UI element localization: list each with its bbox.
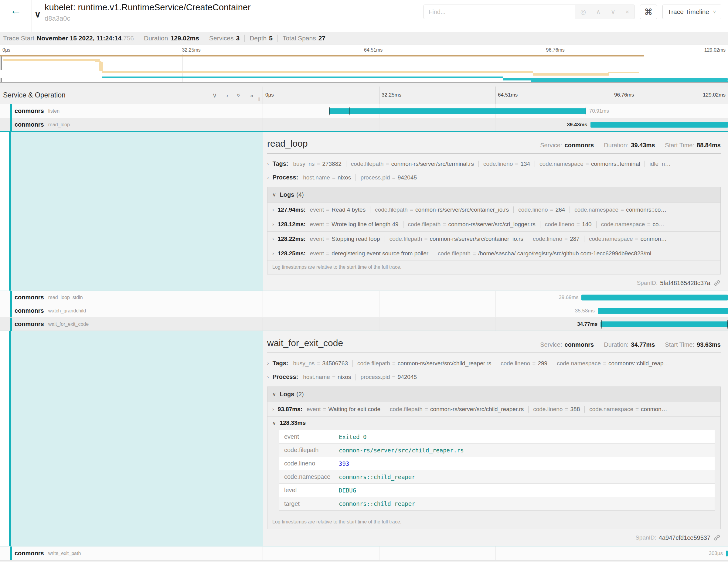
process-row[interactable]: › Process: host.name=nixosprocess.pid=94… <box>267 373 721 380</box>
divider <box>478 161 479 167</box>
service-color-accent <box>10 304 12 317</box>
back-button[interactable]: ← <box>0 0 32 32</box>
logs-header[interactable]: ∨ Logs (2) <box>267 387 720 402</box>
collapse-all-icon[interactable]: » <box>236 94 242 97</box>
kv-key: host.name <box>303 174 330 181</box>
span-name-cell[interactable]: conmonrs read_loop_stdin <box>0 291 263 304</box>
process-row[interactable]: › Process: host.name=nixosprocess.pid=94… <box>267 174 721 181</box>
find-clear-icon[interactable]: × <box>625 8 629 15</box>
column-resize-grip[interactable]: ‖ <box>258 97 260 103</box>
trace-timeline-page: ← ∨ kubelet: runtime.v1.RuntimeService/C… <box>0 0 728 562</box>
service-operation-header: Service & Operation ∨ › » » ‖ <box>0 87 263 104</box>
kv-equals: = <box>425 406 428 413</box>
divider <box>584 236 584 242</box>
next-row-partial <box>0 560 728 562</box>
span-detail-wait_for_exit_code: wait_for_exit_code Service: conmonrs Dur… <box>0 331 728 547</box>
duration-meta-value: 39.43ms <box>631 142 655 149</box>
log-entry[interactable]: › 128.25ms: event=deregistering event so… <box>267 246 720 261</box>
logs-header[interactable]: ∨ Logs (4) <box>267 187 720 203</box>
kv-key: event <box>307 406 321 413</box>
span-bar-cell[interactable]: 303μs <box>263 547 728 560</box>
chevron-right-icon: › <box>272 236 274 242</box>
minimap-span-segment <box>102 71 532 73</box>
span-log-tick <box>349 107 350 115</box>
kv-key: code.namespace <box>539 161 583 167</box>
span-duration-label: 34.77ms <box>577 321 600 327</box>
span-id-value: 4a947cfd1ce59537 <box>659 534 710 541</box>
span-name-cell[interactable]: conmonrs wait_for_exit_code <box>0 318 263 331</box>
find-controls: ◎ ∧ ∨ × <box>575 5 634 19</box>
span-bar-cell[interactable]: 34.77ms <box>263 318 728 331</box>
locate-icon[interactable]: ◎ <box>580 8 586 15</box>
tags-row[interactable]: › Tags: busy_ns=273882code.filepath=conm… <box>267 160 721 167</box>
kv-equals: = <box>443 221 446 228</box>
tree-indent-bar <box>9 331 11 546</box>
span-bar-cell[interactable]: 39.69ms <box>263 291 728 304</box>
log-entry[interactable]: › 128.22ms: event=Stopping read loopcode… <box>267 232 720 246</box>
log-field-key: code.lineno <box>279 460 339 467</box>
log-field-row: levelDEBUG <box>279 484 715 497</box>
minimap-canvas[interactable] <box>0 54 728 83</box>
minimap-viewport-handle[interactable] <box>1 55 2 70</box>
find-input[interactable] <box>424 5 575 19</box>
title-collapse-chevron-icon[interactable]: ∨ <box>34 10 41 32</box>
span-bar[interactable]: 70.91ms <box>329 108 586 114</box>
span-id-row: SpanID: 4a947cfd1ce59537 <box>267 534 721 541</box>
log-entry[interactable]: › 93.87ms: event=Waiting for exit codeco… <box>267 402 720 417</box>
kv-key: idle_n… <box>649 161 671 167</box>
kv-value: conmon-rs/server/src/child_reaper.rs <box>430 406 524 413</box>
span-name-cell[interactable]: conmonrs read_loop <box>0 118 263 131</box>
link-icon[interactable] <box>713 279 721 287</box>
tags-row[interactable]: › Tags: busy_ns=34506763code.filepath=co… <box>267 360 721 367</box>
span-bar[interactable]: 35.58ms <box>598 308 728 314</box>
find-next-icon[interactable]: ∨ <box>611 8 615 15</box>
log-entry[interactable]: › 128.12ms: event=Wrote log line of leng… <box>267 217 720 232</box>
chevron-down-icon: ∨ <box>272 391 276 397</box>
keyboard-shortcuts-button[interactable]: ⌘ <box>640 5 657 19</box>
tree-gutter <box>0 132 9 291</box>
kv-equals: = <box>532 360 536 367</box>
log-entry[interactable]: › 127.94ms: event=Read 4 bytescode.filep… <box>267 203 720 217</box>
process-list: host.name=nixosprocess.pid=942045 <box>303 374 417 380</box>
log-fields: event=deregistering event source from po… <box>310 250 657 257</box>
process-list: host.name=nixosprocess.pid=942045 <box>303 174 417 181</box>
divider <box>355 374 356 380</box>
span-row-read_loop: conmonrs read_loop 39.43ms <box>0 118 728 132</box>
divider <box>496 360 496 367</box>
operation-name: wait_for_exit_code <box>48 322 89 327</box>
span-title: read_loop <box>267 138 308 149</box>
span-bar-cell[interactable]: 39.43ms <box>263 118 728 131</box>
span-bar[interactable]: 303μs <box>726 550 728 556</box>
view-selector-button[interactable]: Trace Timeline ∨ <box>662 5 721 19</box>
back-arrow-icon[interactable]: ← <box>10 4 22 32</box>
span-bar[interactable]: 39.69ms <box>581 295 728 300</box>
span-bar-cell[interactable]: 70.91ms <box>263 104 728 118</box>
logs-label: Logs <box>280 391 294 398</box>
kv-equals: = <box>647 221 650 228</box>
kv-equals: = <box>410 206 413 213</box>
span-name-cell[interactable]: conmonrs watch_grandchild <box>0 304 263 317</box>
span-bar-cell[interactable]: 35.58ms <box>263 304 728 317</box>
chevron-right-icon: › <box>272 221 274 227</box>
expand-all-icon[interactable]: » <box>250 92 253 98</box>
expand-one-icon[interactable]: › <box>226 92 228 98</box>
find-prev-icon[interactable]: ∧ <box>596 8 600 15</box>
kv-equals: = <box>515 161 518 167</box>
span-row-wait_for_exit_code: conmonrs wait_for_exit_code 34.77ms <box>0 318 728 331</box>
span-bar[interactable]: 34.77ms <box>600 321 728 327</box>
divider <box>385 236 385 242</box>
collapse-one-icon[interactable]: ∨ <box>212 92 217 98</box>
span-name-cell[interactable]: conmonrs listen <box>0 104 263 118</box>
link-icon[interactable] <box>713 534 721 541</box>
timeline-tick-2: 64.51ms <box>495 92 518 98</box>
span-log-tick <box>601 320 602 329</box>
log-fields: event=Waiting for exit codecode.filepath… <box>307 406 667 413</box>
minimap-tick-1: 32.25ms <box>182 47 201 53</box>
log-entry-expanded[interactable]: ∨ 128.33ms <box>267 417 720 429</box>
minimap-viewport-handle-bottom[interactable] <box>1 78 2 82</box>
span-name-cell[interactable]: conmonrs write_exit_path <box>0 547 263 560</box>
divider <box>385 406 385 413</box>
kv-value: conmonrs::co… <box>626 206 666 213</box>
divider <box>277 35 278 42</box>
span-bar[interactable]: 39.43ms <box>590 122 728 128</box>
